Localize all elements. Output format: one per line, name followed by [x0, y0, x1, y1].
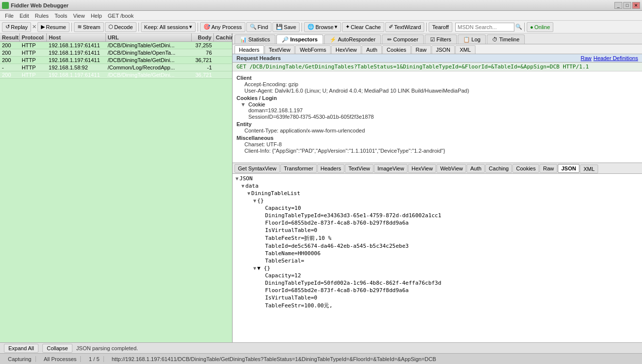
btn-cookies[interactable]: Cookies: [512, 164, 539, 173]
expand-icon-0[interactable]: ▼: [236, 176, 238, 181]
sub-tab-headers[interactable]: Headers: [235, 45, 264, 54]
log-icon: 📋: [463, 36, 470, 43]
menu-edit[interactable]: Edit: [17, 12, 32, 20]
close-button[interactable]: ✕: [632, 2, 640, 9]
find-icon: 🔍: [250, 24, 257, 30]
raw-link[interactable]: Raw: [580, 55, 591, 61]
req-client-info: Client-Info: {"AppSign":"PAD","AppVersio…: [244, 148, 638, 154]
resume-icon: ▶: [41, 24, 45, 30]
sub-tab-cookies[interactable]: Cookies: [382, 45, 411, 54]
sep-2: [71, 23, 72, 32]
btn-imageview[interactable]: ImageView: [374, 164, 407, 173]
btn-json[interactable]: JSON: [558, 164, 579, 173]
btn-raw[interactable]: Raw: [540, 164, 557, 173]
session-row[interactable]: 200 HTTP 192.168.1.197:61411 /DCB/Dining…: [0, 42, 232, 49]
tab-statistics[interactable]: 📊 Statistics: [235, 34, 275, 44]
btn-textview[interactable]: TextView: [345, 164, 373, 173]
tab-composer[interactable]: ✏ Composer: [382, 34, 424, 44]
request-headers-title-bar: Request Headers Raw Header Definitions: [233, 54, 642, 63]
minimize-button[interactable]: _: [614, 2, 622, 9]
req-charset: Charset: UTF-8: [244, 141, 638, 147]
stream-label: Stream: [83, 24, 100, 30]
expand-icon-1[interactable]: ▼: [241, 183, 244, 189]
expand-icon-3[interactable]: ▼: [253, 198, 256, 203]
session-row[interactable]: 200 HTTP 192.168.1.197:61411 /DCB/Dining…: [0, 49, 232, 57]
tab-composer-label: Composer: [393, 36, 418, 42]
browse-button[interactable]: 🌐 Browse ▾: [304, 22, 341, 32]
req-accept-encoding: Accept-Encoding: gzip: [244, 81, 638, 87]
tearoff-button[interactable]: Tearoff: [429, 22, 452, 32]
keep-dropdown-icon: ▾: [189, 24, 192, 30]
tab-timeline-label: Timeline: [499, 36, 519, 42]
session-row[interactable]: - HTTP 192.168.1.58:92 /Common/Log/Recro…: [0, 64, 232, 71]
decode-button[interactable]: ⬡ Decode: [105, 22, 136, 32]
cell-host: 192.168.1.58:92: [47, 64, 106, 71]
decode-icon: ⬡: [108, 24, 113, 30]
resume-button[interactable]: ▶ Resume: [37, 22, 69, 32]
collapse-button[interactable]: Collapse: [42, 344, 72, 353]
json-line: TableSerial=: [258, 257, 640, 265]
title-bar-left: Fiddler Web Debugger: [2, 2, 68, 9]
replay-button[interactable]: ↺ Replay: [2, 22, 31, 32]
title-bar-controls[interactable]: _ □ ✕: [614, 2, 640, 9]
text-wizard-button[interactable]: ✐ TextWizard: [385, 22, 424, 32]
expand-all-button[interactable]: Expand All: [4, 344, 38, 353]
menu-get-book[interactable]: GET /book: [105, 12, 136, 20]
clear-cache-button[interactable]: ✦ Clear Cache: [342, 22, 384, 32]
session-row[interactable]: 200 HTTP 192.168.1.197:61411 /DCB/Dining…: [0, 71, 232, 79]
sub-tab-auth[interactable]: Auth: [362, 45, 382, 54]
btn-xml[interactable]: XML: [580, 165, 598, 173]
json-content: ▼ JSON ▼ data ▼ DiningTableList ▼ {}: [233, 174, 642, 342]
cell-protocol: HTTP: [20, 57, 47, 64]
online-button[interactable]: ● Online: [527, 22, 553, 32]
expand-icon-12[interactable]: ▼: [253, 265, 256, 271]
sub-tab-raw[interactable]: Raw: [411, 45, 431, 54]
save-button[interactable]: 💾 Save: [272, 22, 300, 32]
cell-caching: [214, 74, 232, 75]
btn-transformer[interactable]: Transformer: [280, 164, 317, 173]
btn-headers[interactable]: Headers: [317, 164, 345, 173]
sub-tab-hexview[interactable]: HexView: [331, 45, 361, 54]
header-definitions-link[interactable]: Header Definitions: [594, 55, 639, 61]
toolbar-sep-1: ✕: [32, 24, 36, 30]
json-node-0: JSON: [239, 175, 253, 182]
menu-rules[interactable]: Rules: [32, 12, 52, 20]
sub-tab-textview[interactable]: TextView: [265, 45, 295, 54]
btn-auth[interactable]: Auth: [467, 164, 485, 173]
menu-view[interactable]: View: [70, 12, 88, 20]
maximize-button[interactable]: □: [623, 2, 631, 9]
btn-get-syntaxview[interactable]: Get SyntaxView: [235, 164, 280, 173]
col-url: URL: [106, 33, 192, 41]
sessions-panel: Result Protocol Host URL Body Caching 20…: [0, 33, 233, 342]
expand-icon-2[interactable]: ▼: [247, 191, 250, 196]
sub-tab-webforms[interactable]: WebForms: [295, 45, 331, 54]
json-line: FloorId=6855bd2e-873f-4ca8-b760-b297f8dd…: [258, 219, 640, 227]
find-button[interactable]: 🔍 Find: [246, 22, 271, 32]
btn-caching[interactable]: Caching: [485, 164, 512, 173]
json-node-3: {}: [257, 198, 264, 204]
collapse-icon: ▼: [240, 101, 246, 107]
menu-tools[interactable]: Tools: [52, 12, 70, 20]
menu-help[interactable]: Help: [88, 12, 105, 20]
json-line: FloorId=6855bd2e-873f-4ca8-b760-b297f8dd…: [258, 287, 640, 294]
cell-url: /DCB/DiningTable/GetDini...: [106, 57, 192, 64]
json-val-tableid: TableId=de5c5674-da46-42eb-a545-b5c34c25…: [265, 243, 408, 249]
tab-timeline[interactable]: ⏱ Timeline: [487, 34, 525, 44]
stream-button[interactable]: ≋ Stream: [74, 22, 103, 32]
menu-file[interactable]: File: [2, 12, 17, 20]
save-icon: 💾: [276, 24, 283, 30]
btn-webview[interactable]: WebView: [437, 164, 466, 173]
keep-button[interactable]: Keep: All sessions ▾: [141, 22, 196, 32]
any-process-button[interactable]: 🎯 Any Process: [200, 22, 245, 32]
app-icon: [2, 2, 9, 9]
session-row[interactable]: 200 HTTP 192.168.1.197:61411 /DCB/Dining…: [0, 57, 232, 64]
btn-hexview[interactable]: HexView: [408, 164, 436, 173]
tab-log[interactable]: 📋 Log: [458, 34, 486, 44]
msdn-search-input[interactable]: [455, 23, 514, 32]
sub-tab-json[interactable]: JSON: [432, 45, 455, 54]
sub-tab-xml[interactable]: XML: [455, 45, 475, 54]
json-val-isvirtual2: IsVirtualTable=0: [265, 295, 317, 301]
tab-filters[interactable]: ☑ Filters: [425, 34, 457, 44]
tab-autoresponder[interactable]: ⚡ AutoResponder: [324, 34, 381, 44]
tab-inspectors[interactable]: 🔎 Inspectors: [276, 34, 323, 44]
